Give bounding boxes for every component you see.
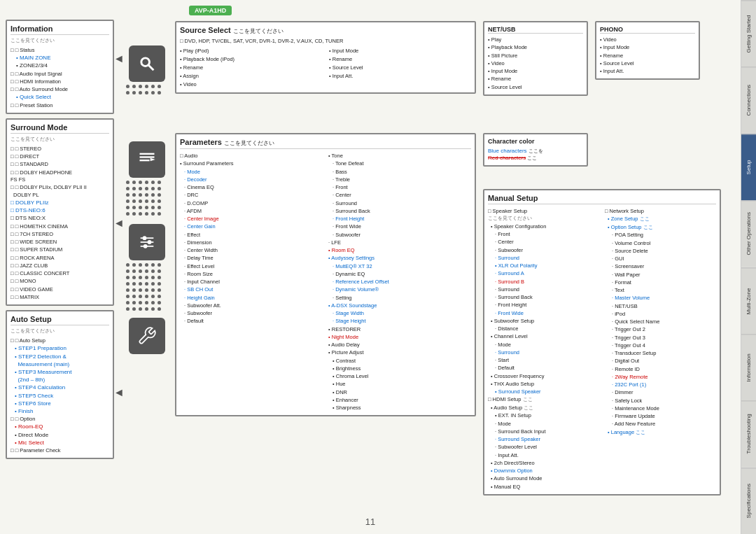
ms-surround-spk: · Surround: [488, 254, 599, 262]
source-playback-mode: • Playback Mode (iPod): [180, 55, 322, 64]
ms-speaker-config: • Speaker Configuration: [488, 223, 599, 230]
pc2-audyssey: • Audyssey Settings: [328, 254, 471, 262]
source-video: • Video: [180, 80, 322, 89]
as-step4: • STEP4 Calculation: [10, 384, 109, 391]
music-icon: [137, 150, 157, 169]
info-status: □ Status: [10, 46, 109, 54]
ms-volume-ctrl: · Volume Control: [605, 239, 716, 247]
phono-input-mode: • Input Mode: [600, 43, 695, 51]
source-select-box: Source Select ここを見てください □ DVD, HDP, TV/C…: [175, 21, 476, 94]
sm-wide: □ WIDE SCREEN: [10, 238, 109, 246]
ms-start: · Start: [488, 356, 599, 364]
tab-information[interactable]: Information: [741, 334, 756, 400]
as-step6: • STEP6 Store: [10, 400, 109, 407]
pc2-night-mode: • Night Mode: [328, 333, 471, 341]
auto-setup-subtitle: ここを見てください: [10, 328, 109, 335]
ms-surround2: · Surround: [488, 286, 599, 293]
tab-getting-started[interactable]: Getting Started: [741, 0, 756, 66]
pc2-lfe: · LFE: [328, 239, 471, 246]
ms-trigger3: · Trigger Out 3: [605, 334, 716, 342]
pc1-decoder: · Decoder: [180, 176, 323, 183]
ms-2ch: • 2ch Direct/Stereo: [488, 459, 599, 467]
source-select-title: Source Select ここを見てください: [180, 26, 471, 35]
ms-digital-out: · Digital Out: [605, 357, 716, 365]
page-number: 11: [365, 517, 375, 527]
ms-subwoofer: · Subwoofer: [488, 246, 599, 254]
pc1-center-width: · Center Width: [180, 246, 323, 254]
information-title: Information: [10, 24, 109, 35]
tab-troubleshooting[interactable]: Troubleshooting: [741, 400, 756, 467]
params-title: Parameters ここを見てください: [180, 138, 471, 149]
ms-default: · Default: [488, 364, 599, 372]
ms-option-setup: • Option Setup ここ: [605, 223, 716, 232]
char-color-title: Character color: [488, 138, 583, 145]
svg-rect-4: [140, 160, 150, 161]
arrow-auto: ◄: [113, 386, 125, 399]
net-usb-playback: • Playback Mode: [488, 43, 583, 51]
pc2-front: · Front: [328, 183, 471, 191]
ms-ext-in: • EXT. IN Setup: [488, 412, 599, 419]
sm-super: □ SUPER STADIUM: [10, 246, 109, 253]
avp-label: AVP-A1HD: [189, 6, 232, 15]
tab-specifications[interactable]: Specifications: [741, 468, 756, 534]
information-subtitle: ここを見てください: [10, 37, 109, 44]
pc1-sb-ch-out: · SB CH Out: [180, 286, 323, 293]
pc1-dcomp: · D.COMP: [180, 199, 323, 207]
source-header: □ DVD, HDP, TV/CBL, SAT, VCR, DVR-1, DVR…: [180, 38, 471, 44]
net-usb-title: NET/USB: [488, 26, 583, 34]
pc2-dynamic-eq: · Dynamic EQ: [328, 270, 471, 278]
ms-channel-level: • Channel Level: [488, 332, 599, 340]
pc1-audio-header: □ Audio: [180, 152, 323, 160]
pc1-surround-params: • Surround Parameters: [180, 160, 323, 167]
auto-setup-box: Auto Setup ここを見てください □ Auto Setup • STEP…: [6, 310, 114, 459]
nav-icon-surround[interactable]: [129, 141, 165, 178]
pc2-picture-adjust: • Picture Adjust: [328, 349, 471, 356]
phono-box: PHONO • Video • Input Mode • Rename • So…: [595, 21, 700, 80]
pc1-subwoofer-att: · Subwoofer Att.: [180, 302, 323, 309]
ms-input-att: · Input Att.: [488, 451, 599, 459]
nav-icon-params[interactable]: [129, 224, 165, 260]
svg-rect-3: [140, 156, 155, 157]
main-container: AVP-A1HD Information ここを見てください □ Status …: [0, 0, 756, 534]
as-step1: • STEP1 Preparation: [10, 344, 109, 352]
pc2-hue: • Hue: [328, 380, 471, 388]
phono-source-level: • Source Level: [600, 59, 695, 67]
ms-distance: · Distance: [488, 325, 599, 332]
sm-classic: □ CLASSIC CONCERT: [10, 269, 109, 277]
pc2-stage-width: · Stage Width: [328, 309, 471, 317]
phono-input-att: • Input Att.: [600, 67, 695, 75]
source-rename2: • Rename: [329, 55, 471, 64]
tab-multi-zone[interactable]: Multi-Zone: [741, 267, 756, 334]
ms-source-delete: · Source Delete: [605, 247, 716, 255]
pc1-afdm: · AFDM: [180, 207, 323, 215]
as-step3: • STEP3 Measurement (2nd – 8th): [10, 368, 109, 384]
ms-qs-name: · Quick Select Name: [605, 318, 716, 325]
nav-icons-column: [122, 17, 172, 356]
pc1-delay-time: · Delay Time: [180, 254, 323, 262]
source-input-mode: • Input Mode: [329, 47, 471, 55]
pc1-effect-level: · Effect Level: [180, 262, 323, 270]
pc1-drc: · DRC: [180, 191, 323, 199]
pc2-audio-delay: • Audio Delay: [328, 341, 471, 349]
ms-surround-b: · Surround B: [488, 278, 599, 286]
info-preset: □ Preset Station: [10, 101, 109, 109]
net-usb-source-level: • Source Level: [488, 83, 583, 91]
pc2-room-eq: • Room EQ: [328, 246, 471, 254]
ms-crossover: • Crossover Frequency: [488, 372, 599, 380]
ms-speaker-sub: ここを見てください: [488, 215, 599, 223]
nav-icon-manual[interactable]: [129, 318, 165, 354]
information-section: Information ここを見てください □ Status • MAIN ZO…: [6, 20, 114, 463]
ms-dimmer: · Dimmer: [605, 388, 716, 396]
pc1-height-gain: · Height Gain: [180, 294, 323, 302]
manual-col1: □ Speaker Setup ここを見てください • Speaker Conf…: [488, 207, 599, 491]
tab-other-operations[interactable]: Other Operations: [741, 200, 756, 267]
ms-wallpaper: · Wall Paper: [605, 271, 716, 279]
source-level: • Source Level: [329, 64, 471, 72]
tab-setup[interactable]: Setup: [741, 134, 756, 200]
nav-icon-source[interactable]: [129, 45, 165, 82]
content-area: AVP-A1HD Information ここを見てください □ Status …: [0, 0, 741, 534]
sm-dts-neox: □ DTS NEO:X: [10, 214, 109, 222]
sm-stereo: □ STEREO: [10, 145, 109, 153]
tab-connections[interactable]: Connections: [741, 66, 756, 133]
sm-standard: □ STANDARD: [10, 160, 109, 168]
